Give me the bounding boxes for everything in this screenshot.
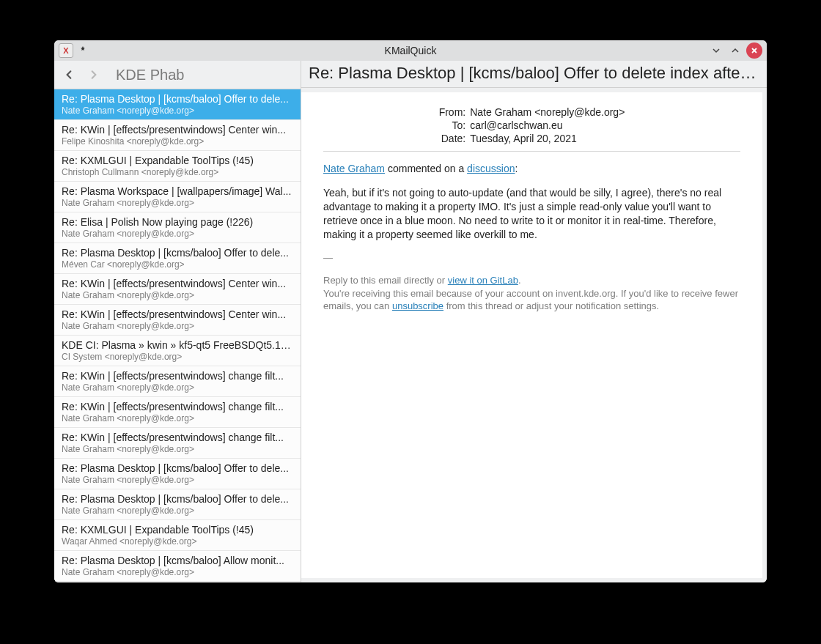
message-item-from: Nate Graham <noreply@kde.org>	[62, 567, 293, 577]
message-list-item[interactable]: Re: KXMLGUI | Expandable ToolTips (!45)C…	[54, 151, 301, 182]
message-list-pane: KDE Phab Re: Plasma Desktop | [kcms/balo…	[54, 61, 301, 582]
message-item-from: Nate Graham <noreply@kde.org>	[62, 382, 293, 393]
message-list-item[interactable]: Re: Plasma Workspace | [wallpapers/image…	[54, 182, 301, 212]
message-item-from: Nate Graham <noreply@kde.org>	[62, 506, 293, 516]
message-list-item[interactable]: Re: Plasma Desktop | [kcms/baloo] Offer …	[54, 89, 301, 120]
message-body: From: Nate Graham <noreply@kde.org> To: …	[301, 92, 762, 578]
message-item-from: Nate Graham <noreply@kde.org>	[62, 321, 293, 331]
message-item-from: Christoph Cullmann <noreply@kde.org>	[62, 167, 293, 177]
header-separator	[323, 151, 740, 152]
message-item-from: Felipe Kinoshita <noreply@kde.org>	[62, 136, 293, 147]
message-list-item[interactable]: Re: Plasma Desktop | [kcms/baloo] Allow …	[54, 551, 301, 582]
message-item-subject: Re: KWin | [effects/presentwindows] Cent…	[62, 124, 293, 136]
app-window: X KMailQuick	[54, 40, 767, 582]
message-item-subject: Re: Plasma Desktop | [kcms/baloo] Offer …	[62, 462, 293, 474]
message-item-subject: Re: Plasma Desktop | [kcms/baloo] Offer …	[62, 93, 293, 105]
folder-header: KDE Phab	[54, 61, 301, 89]
message-item-subject: Re: KWin | [effects/presentwindows] chan…	[62, 370, 293, 382]
comment-attribution: Nate Graham commented on a discussion:	[323, 162, 740, 176]
discussion-link[interactable]: discussion	[467, 163, 515, 174]
message-item-subject: Re: Plasma Workspace | [wallpapers/image…	[62, 185, 293, 197]
pin-icon[interactable]	[78, 45, 88, 57]
close-button[interactable]	[746, 42, 762, 59]
unsubscribe-link[interactable]: unsubscribe	[392, 300, 443, 311]
author-link[interactable]: Nate Graham	[323, 163, 385, 174]
message-item-from: Méven Car <noreply@kde.org>	[62, 259, 293, 270]
message-list-item[interactable]: Re: KXMLGUI | Expandable ToolTips (!45)W…	[54, 520, 301, 551]
message-list-item[interactable]: Re: KWin | [effects/presentwindows] Cent…	[54, 120, 301, 151]
message-headers: From: Nate Graham <noreply@kde.org> To: …	[439, 106, 625, 145]
message-item-from: Nate Graham <noreply@kde.org>	[62, 290, 293, 300]
message-item-from: Nate Graham <noreply@kde.org>	[62, 444, 293, 454]
message-list-item[interactable]: KDE CI: Plasma » kwin » kf5-qt5 FreeBSDQ…	[54, 336, 301, 366]
message-item-from: Nate Graham <noreply@kde.org>	[62, 106, 293, 116]
message-item-from: Nate Graham <noreply@kde.org>	[62, 475, 293, 485]
view-on-gitlab-link[interactable]: view it on GitLab	[448, 275, 518, 286]
message-item-from: Waqar Ahmed <noreply@kde.org>	[62, 536, 293, 547]
message-reader-pane: Re: Plasma Desktop | [kcms/baloo] Offer …	[301, 61, 767, 582]
message-item-subject: Re: KXMLGUI | Expandable ToolTips (!45)	[62, 155, 293, 166]
maximize-button[interactable]	[727, 42, 743, 59]
message-list-item[interactable]: Re: KWin | [effects/presentwindows] Cent…	[54, 305, 301, 336]
message-item-subject: KDE CI: Plasma » kwin » kf5-qt5 FreeBSDQ…	[62, 339, 293, 351]
window-title: KMailQuick	[54, 45, 767, 56]
message-list-item[interactable]: Re: KWin | [effects/presentwindows] chan…	[54, 428, 301, 459]
message-item-subject: Re: KXMLGUI | Expandable ToolTips (!45)	[62, 524, 293, 536]
titlebar: X KMailQuick	[54, 40, 767, 61]
message-item-subject: Re: KWin | [effects/presentwindows] Cent…	[62, 308, 293, 320]
message-item-from: Nate Graham <noreply@kde.org>	[62, 413, 293, 423]
header-date-value: Tuesday, April 20, 2021	[470, 132, 625, 145]
message-item-subject: Re: KWin | [effects/presentwindows] chan…	[62, 432, 293, 443]
message-text: Yeah, but if it's not going to auto-upda…	[323, 186, 740, 242]
nav-forward-button[interactable]	[86, 67, 101, 82]
footer-reply-line: Reply to this email directly or view it …	[323, 274, 740, 313]
nav-back-button[interactable]	[62, 67, 76, 82]
message-item-from: Nate Graham <noreply@kde.org>	[62, 229, 293, 239]
minimize-button[interactable]	[708, 42, 724, 59]
header-date-label: Date:	[439, 132, 471, 145]
header-from-value: Nate Graham <noreply@kde.org>	[470, 106, 625, 119]
message-list-item[interactable]: Re: KWin | [effects/presentwindows] Cent…	[54, 274, 301, 305]
folder-name: KDE Phab	[116, 67, 184, 84]
header-to-label: To:	[439, 119, 471, 132]
message-list-item[interactable]: Re: Plasma Desktop | [kcms/baloo] Offer …	[54, 459, 301, 489]
message-item-subject: Re: Plasma Desktop | [kcms/baloo] Allow …	[62, 555, 293, 566]
message-list-item[interactable]: Re: Elisa | Polish Now playing page (!22…	[54, 212, 301, 243]
message-item-subject: Re: Elisa | Polish Now playing page (!22…	[62, 216, 293, 228]
header-to-value: carl@carlschwan.eu	[470, 119, 625, 132]
message-subject: Re: Plasma Desktop | [kcms/baloo] Offer …	[301, 61, 767, 88]
message-item-from: CI System <noreply@kde.org>	[62, 352, 293, 362]
message-item-subject: Re: Plasma Desktop | [kcms/baloo] Offer …	[62, 247, 293, 259]
app-icon: X	[59, 43, 73, 58]
divider-dash: —	[323, 251, 740, 264]
message-item-subject: Re: KWin | [effects/presentwindows] chan…	[62, 401, 293, 412]
message-item-subject: Re: KWin | [effects/presentwindows] Cent…	[62, 278, 293, 289]
message-list-item[interactable]: Re: KWin | [effects/presentwindows] chan…	[54, 397, 301, 428]
message-list-item[interactable]: Re: Plasma Desktop | [kcms/baloo] Offer …	[54, 489, 301, 520]
message-item-subject: Re: Plasma Desktop | [kcms/baloo] Offer …	[62, 493, 293, 505]
message-item-from: Nate Graham <noreply@kde.org>	[62, 198, 293, 208]
message-list-item[interactable]: Re: Plasma Desktop | [kcms/baloo] Offer …	[54, 243, 301, 274]
header-from-label: From:	[439, 106, 471, 119]
message-list-item[interactable]: Re: KWin | [effects/presentwindows] chan…	[54, 366, 301, 397]
message-list[interactable]: Re: Plasma Desktop | [kcms/baloo] Offer …	[54, 89, 301, 582]
